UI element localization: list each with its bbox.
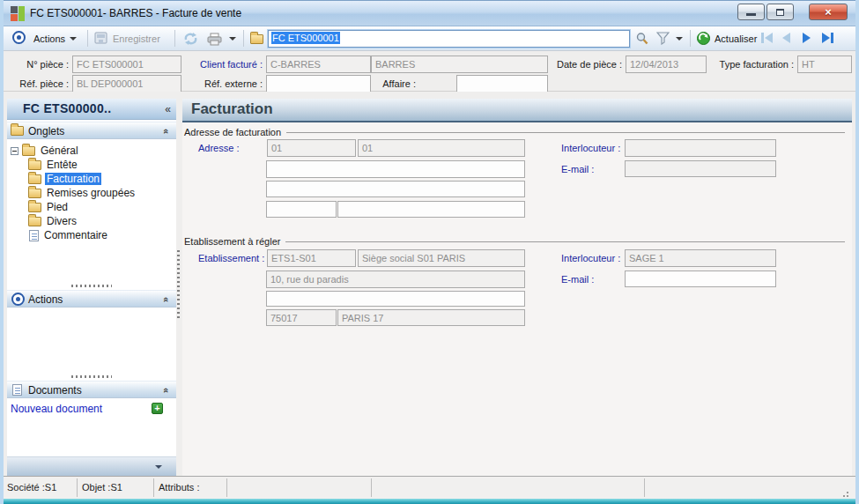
sidebar-title-bar: FC ETS00000.. « <box>7 99 176 120</box>
address-interlocutor-label: Interlocuteur : <box>561 139 620 157</box>
affaire-field[interactable] <box>456 75 548 93</box>
nav-first-button[interactable] <box>761 33 773 43</box>
refresh-icon[interactable] <box>183 32 198 46</box>
main-title-bar: Facturation <box>182 99 852 122</box>
actions-target-icon <box>11 293 25 306</box>
window-bottom-edge <box>0 499 859 504</box>
tree-node-general[interactable]: Général <box>11 144 80 158</box>
sidebar-collapse-icon[interactable]: « <box>165 103 171 115</box>
sidebar-expand-down-icon[interactable] <box>155 465 162 469</box>
tree-item-entete[interactable]: Entête <box>28 158 79 172</box>
address-code2-field: 01 <box>358 139 525 157</box>
site-folder-icon[interactable] <box>250 34 263 44</box>
address-line2-field[interactable] <box>266 160 525 178</box>
invoicing-type-label: Type facturation : <box>712 56 794 73</box>
establishment-email-label: E-mail : <box>561 271 594 288</box>
close-icon: × <box>825 4 832 19</box>
tree-item-commentaire[interactable]: Commentaire <box>29 228 109 242</box>
print-button[interactable] <box>206 33 223 46</box>
actions-collapse-icon[interactable]: « <box>161 297 172 302</box>
save-icon <box>94 32 108 45</box>
close-button[interactable]: × <box>809 4 848 20</box>
tree-item-divers[interactable]: Divers <box>28 214 78 228</box>
onglets-collapse-icon[interactable]: « <box>161 129 172 134</box>
nav-next-button[interactable] <box>803 33 811 43</box>
collapse-node-icon[interactable] <box>11 147 19 155</box>
actions-menu-button[interactable]: Actions <box>33 33 65 44</box>
toolbar-separator <box>690 30 691 47</box>
invoicing-type-field: HT <box>797 56 852 73</box>
filter-caret-icon[interactable] <box>676 37 683 41</box>
filter-icon[interactable] <box>656 32 670 45</box>
establishment-line2-field: 10, rue du paradis <box>266 271 525 288</box>
nav-previous-button[interactable] <box>782 33 790 43</box>
nav-previous-icon <box>782 33 790 43</box>
print-caret-icon[interactable] <box>229 37 236 41</box>
billing-address-legend: Adresse de facturation <box>184 127 845 137</box>
document-header-panel: N° pièce : FC ETS000001 Réf. pièce : BL … <box>4 51 855 92</box>
main-panel: Facturation Adresse de facturation Adres… <box>182 99 852 476</box>
actualiser-button[interactable]: Actualiser <box>715 33 757 44</box>
establishment-interlocutor-field: SAGE 1 <box>625 249 776 267</box>
splitter-handle[interactable] <box>7 282 176 290</box>
nav-next-icon <box>803 33 811 43</box>
actions-section-label: Actions <box>28 293 63 306</box>
establishment-interlocutor-label: Interlocuteur : <box>561 249 620 267</box>
documents-section-body: Nouveau document + <box>7 398 176 456</box>
onglets-section-header[interactable]: Onglets « <box>7 122 176 139</box>
nav-first-icon <box>761 33 764 43</box>
establishment-zip-field: 75017 <box>266 309 337 326</box>
title-bar: FC ETS000001- BARRES - Facture de vente … <box>4 0 855 26</box>
status-bar: Société :S1 Objet :S1 Attributs : <box>4 476 855 499</box>
billed-client-label: Client facturé : <box>189 56 263 73</box>
establishment-email-field[interactable] <box>625 271 776 287</box>
address-city-field[interactable] <box>337 201 525 218</box>
search-icon[interactable] <box>635 32 649 46</box>
folder-icon <box>22 146 35 156</box>
documents-section-header[interactable]: Documents « <box>7 381 176 398</box>
address-zip-field[interactable] <box>266 201 337 218</box>
documents-collapse-icon[interactable]: « <box>161 388 172 393</box>
actions-caret-icon[interactable] <box>70 37 77 41</box>
piece-ref-field: BL DEP000001 <box>72 75 181 93</box>
affaire-label: Affaire : <box>377 75 416 93</box>
establishment-label: Etablissement : <box>198 249 264 267</box>
sidebar-splitter[interactable] <box>177 250 180 319</box>
actualiser-icon[interactable] <box>696 31 711 46</box>
actions-section-header[interactable]: Actions « <box>7 290 176 308</box>
sidebar: FC ETS00000.. « Onglets « Général Entête <box>7 99 176 476</box>
statusbar-empty-cell <box>373 478 645 497</box>
nav-last-icon <box>822 33 830 43</box>
tree-item-pied[interactable]: Pied <box>28 200 70 214</box>
sidebar-bottom-bar[interactable] <box>7 456 176 476</box>
tree-item-remises-groupees[interactable]: Remises groupées <box>28 186 137 200</box>
document-search-input[interactable]: FC ETS000001 <box>268 30 630 48</box>
minimize-button[interactable] <box>737 4 765 20</box>
establishment-code-field: ETS1-S01 <box>267 249 356 267</box>
external-ref-label: Réf. externe : <box>189 75 263 93</box>
address-email-field <box>625 160 776 177</box>
statusbar-company-cell: Société :S1 <box>4 478 78 497</box>
resize-grip[interactable] <box>847 492 848 493</box>
statusbar-attributes-cell: Attributs : <box>155 478 227 497</box>
establishment-line3-field[interactable] <box>266 291 525 307</box>
piece-number-field: FC ETS000001 <box>72 56 181 73</box>
external-ref-field[interactable] <box>266 75 371 93</box>
add-document-button[interactable]: + <box>152 403 163 414</box>
new-document-link[interactable]: Nouveau document <box>11 403 102 415</box>
toolbar-separator <box>174 30 175 47</box>
save-button[interactable]: Enregistrer <box>113 33 160 44</box>
restore-button[interactable] <box>766 4 794 20</box>
actions-section-body <box>7 308 176 373</box>
onglets-folder-icon <box>11 126 24 136</box>
address-line3-field[interactable] <box>266 181 525 197</box>
app-icon <box>11 5 26 21</box>
establishment-name-field: Siège social S01 PARIS <box>358 249 525 267</box>
splitter-handle[interactable] <box>7 373 176 381</box>
tabs-tree: Général Entête Facturation Remises group… <box>7 139 176 282</box>
establishment-city-field: PARIS 17 <box>337 309 525 326</box>
toolbar-separator <box>87 30 88 47</box>
nav-last-button[interactable] <box>822 33 833 43</box>
folder-icon <box>28 160 41 170</box>
tree-item-facturation[interactable]: Facturation <box>28 172 101 186</box>
